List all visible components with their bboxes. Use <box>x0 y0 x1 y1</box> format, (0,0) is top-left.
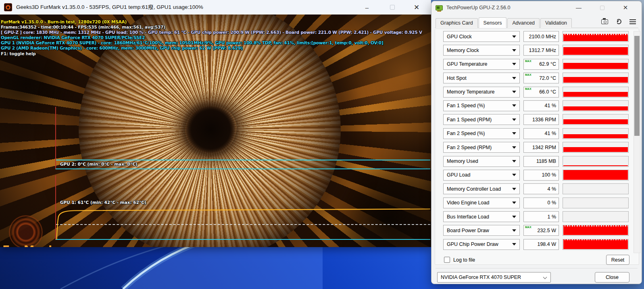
sensor-row: Fan 1 Speed (RPM) MAX 1336 RPM <box>443 114 642 125</box>
sensor-value: 1342 RPM <box>532 145 556 150</box>
close-button[interactable]: Close <box>595 272 629 283</box>
chevron-down-icon <box>512 104 516 107</box>
sensor-graph-fill <box>563 106 628 110</box>
sensor-value: 1312.7 MHz <box>529 48 556 53</box>
screenshot-camera-icon[interactable] <box>601 19 608 24</box>
sensor-value: 4 % <box>547 186 556 192</box>
chevron-down-icon <box>543 275 547 279</box>
sensor-value: 41 % <box>545 131 556 136</box>
chevron-down-icon <box>512 132 516 135</box>
sensor-label-dropdown[interactable]: GPU Clock <box>443 31 520 42</box>
maximize-icon <box>390 5 395 10</box>
sensor-label: Memory Temperature <box>447 89 495 95</box>
sensor-label-dropdown[interactable]: Video Engine Load <box>443 198 520 208</box>
tab-sensors[interactable]: Sensors <box>479 17 507 28</box>
sensor-label: Fan 2 Speed (RPM) <box>447 145 492 150</box>
sensor-label-dropdown[interactable]: Fan 2 Speed (RPM) <box>443 142 520 153</box>
gpu1-graph-label: GPU 1: 61°C (min: 42°C - max: 62°C) <box>60 200 146 205</box>
sensor-value-box: MAX 100 % <box>523 170 559 181</box>
furmark-overlay-line: GPU 1 (NVIDIA GeForce RTX 4070 SUPER) - … <box>1 40 422 46</box>
chevron-down-icon <box>512 146 516 149</box>
sensor-value-box: MAX 1312.7 MHz <box>523 45 559 56</box>
gpuz-window: TechPowerUp GPU-Z 2.56.0 — ✕ Graphics Ca… <box>431 1 642 284</box>
gpuz-maximize-button[interactable] <box>598 3 606 12</box>
furmark-close-button[interactable]: ✕ <box>410 0 423 15</box>
bottom-divider <box>436 268 638 268</box>
sensor-graph-fill <box>563 227 628 235</box>
chevron-down-icon <box>512 174 516 176</box>
sensor-label-dropdown[interactable]: GPU Temperature <box>443 59 520 70</box>
sensor-label: Fan 1 Speed (%) <box>447 103 485 108</box>
chevron-down-icon <box>512 77 516 79</box>
log-to-file-checkbox[interactable] <box>444 257 450 263</box>
sensor-label-dropdown[interactable]: Memory Used <box>443 156 520 167</box>
sensor-value-box: MAX 62.9 °C <box>523 59 559 70</box>
furmark-overlay: FurMark v1.35.0.0 - Burn-in test, 1280x7… <box>1 19 422 56</box>
sensor-history-graph <box>563 59 629 70</box>
sensor-label: GPU Load <box>447 172 470 178</box>
sensor-label-dropdown[interactable]: GPU Chip Power Draw <box>443 239 520 250</box>
refresh-icon[interactable] <box>616 19 621 24</box>
sensor-max-badge: MAX <box>525 73 531 76</box>
sensor-value-box: MAX 1336 RPM <box>523 114 559 125</box>
furmark-overlay-line: FurMark v1.35.0.0 - Burn-in test, 1280x7… <box>1 19 422 25</box>
sensor-graph-fill <box>563 134 628 138</box>
gpuz-close-button[interactable]: ✕ <box>622 3 629 12</box>
sensor-label-dropdown[interactable]: Fan 2 Speed (%) <box>443 128 520 139</box>
sensor-graph-fill <box>563 165 628 166</box>
sensor-rows: GPU Clock MAX 2100.0 MHz Memory Clock MA… <box>431 31 642 253</box>
furmark-window: Geeks3D FurMark v1.35.0.0 - 535FPS, GPU1… <box>0 0 431 247</box>
gpu1-graph-panel: GPU 1: 61°C (min: 42°C - max: 62°C) <box>55 175 430 240</box>
sensor-label-dropdown[interactable]: Fan 1 Speed (RPM) <box>443 114 520 125</box>
sensor-row: Memory Temperature MAX 66.0 °C <box>443 87 642 98</box>
furmark-overlay-line: Frames:346352 - time:00:10:44 - FPS:535 … <box>1 25 422 30</box>
sensor-history-graph <box>563 156 629 167</box>
menu-icon[interactable] <box>629 19 636 24</box>
sensor-value-box: MAX 1342 RPM <box>523 142 559 153</box>
sensor-value-box: MAX 41 % <box>523 100 559 111</box>
sensor-label-dropdown[interactable]: Hot Spot <box>443 73 520 83</box>
sensor-label: Hot Spot <box>447 75 467 81</box>
furmark-overlay-line: [ GPU-Z ] core: 1830 MHz - mem: 1312 MHz… <box>1 30 422 35</box>
sensor-label-dropdown[interactable]: Board Power Draw <box>443 225 520 236</box>
sensor-max-badge: MAX <box>525 60 531 62</box>
gpuz-window-title: TechPowerUp GPU-Z 2.56.0 <box>446 5 510 10</box>
sensor-label: Memory Used <box>447 158 478 164</box>
sensor-value-box: MAX 2100.0 MHz <box>523 31 559 42</box>
sensor-label-dropdown[interactable]: Memory Clock <box>443 45 520 56</box>
sensor-label: Fan 1 Speed (RPM) <box>447 117 492 123</box>
chevron-down-icon <box>512 202 516 204</box>
gpu-selector[interactable]: NVIDIA GeForce RTX 4070 SUPER <box>437 272 551 283</box>
sensor-history-graph <box>563 183 629 194</box>
sensor-label-dropdown[interactable]: Bus Interface Load <box>443 211 520 222</box>
sensor-value-box: MAX 232.5 W <box>523 225 559 236</box>
sensor-label-dropdown[interactable]: Memory Temperature <box>443 87 520 98</box>
sensor-value: 1336 RPM <box>532 117 556 123</box>
sensor-label-dropdown[interactable]: Memory Controller Load <box>443 183 520 194</box>
gpuz-minimize-button[interactable]: — <box>575 3 582 12</box>
sensor-label: Fan 2 Speed (%) <box>447 131 485 136</box>
sensors-scrollbar[interactable] <box>634 31 640 253</box>
sensor-value-box: MAX 1 % <box>523 211 559 222</box>
tab-graphics-card[interactable]: Graphics Card <box>436 18 478 28</box>
sensor-label-dropdown[interactable]: GPU Load <box>443 170 520 181</box>
sensor-row: GPU Load MAX 100 % <box>443 170 642 181</box>
gpu2-graph-panel: GPU 2: 0°C (min: 0°C - max: 0°C) <box>55 107 430 169</box>
sensor-label-dropdown[interactable]: Fan 1 Speed (%) <box>443 100 520 111</box>
sensor-history-graph <box>563 170 629 181</box>
sensor-row: GPU Temperature MAX 62.9 °C <box>443 59 642 70</box>
gpu2-graph-label: GPU 2: 0°C (min: 0°C - max: 0°C) <box>60 162 138 166</box>
scrollbar-thumb[interactable] <box>634 36 640 136</box>
desktop: Geeks3D FurMark v1.35.0.0 - 535FPS, GPU1… <box>0 0 644 289</box>
furmark-maximize-button[interactable] <box>386 0 399 15</box>
sensor-history-graph <box>563 142 629 153</box>
sensor-row: Fan 2 Speed (RPM) MAX 1342 RPM <box>443 142 642 153</box>
furmark-logo: FurMark <box>2 215 67 247</box>
sensor-row: Memory Used MAX 1185 MB <box>443 156 642 167</box>
furmark-minimize-button[interactable]: – <box>360 0 374 15</box>
tab-advanced[interactable]: Advanced <box>507 18 540 28</box>
reset-button[interactable]: Reset <box>606 255 629 265</box>
sensor-value: 232.5 W <box>537 228 556 233</box>
sensor-graph-fill <box>563 147 628 152</box>
tab-validation[interactable]: Validation <box>540 18 572 28</box>
